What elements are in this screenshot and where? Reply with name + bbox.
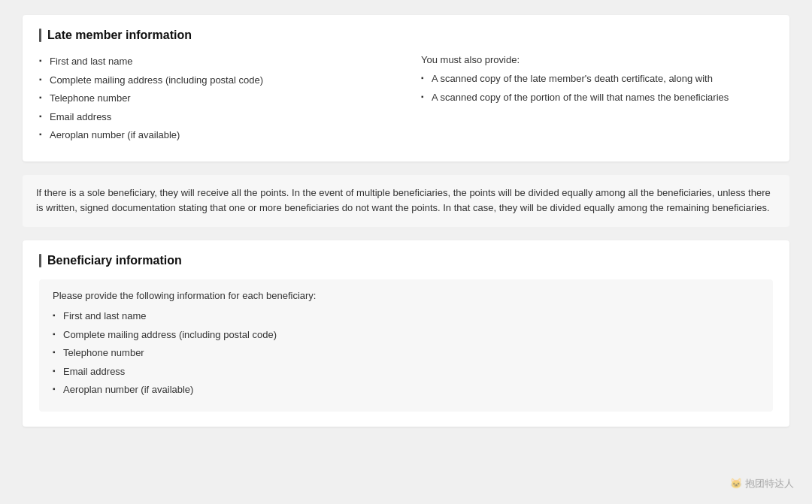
list-item: Complete mailing address (including post… (39, 73, 391, 88)
info-box-text: If there is a sole beneficiary, they wil… (36, 187, 771, 214)
info-box: If there is a sole beneficiary, they wil… (23, 175, 789, 228)
title-bar-icon-2 (39, 254, 41, 267)
list-item: A scanned copy of the late member's deat… (421, 71, 773, 86)
beneficiary-card: Beneficiary information Please provide t… (23, 240, 789, 427)
late-member-left-list: First and last nameComplete mailing addr… (39, 54, 391, 143)
page-container: Late member information First and last n… (0, 0, 812, 504)
late-member-right-col: You must also provide: A scanned copy of… (421, 54, 773, 146)
late-member-card: Late member information First and last n… (23, 15, 789, 161)
beneficiary-list: First and last nameComplete mailing addr… (53, 309, 759, 397)
late-member-left-col: First and last nameComplete mailing addr… (39, 54, 391, 146)
list-item: Complete mailing address (including post… (53, 327, 759, 343)
late-member-right-list: A scanned copy of the late member's deat… (421, 71, 773, 104)
beneficiary-intro: Please provide the following information… (53, 290, 759, 301)
late-member-title: Late member information (39, 29, 773, 42)
list-item: Aeroplan number (if available) (53, 382, 759, 397)
list-item: First and last name (39, 54, 391, 69)
list-item: First and last name (53, 309, 759, 324)
list-item: Aeroplan number (if available) (39, 128, 391, 143)
late-member-columns: First and last nameComplete mailing addr… (39, 54, 773, 146)
list-item: A scanned copy of the portion of the wil… (421, 90, 773, 105)
list-item: Email address (39, 110, 391, 125)
title-bar-icon (39, 29, 41, 42)
list-item: Email address (53, 364, 759, 379)
list-item: Telephone number (39, 91, 391, 106)
beneficiary-title: Beneficiary information (39, 254, 773, 267)
beneficiary-inner: Please provide the following information… (39, 279, 773, 412)
must-provide-label: You must also provide: (421, 54, 773, 65)
list-item: Telephone number (53, 346, 759, 361)
